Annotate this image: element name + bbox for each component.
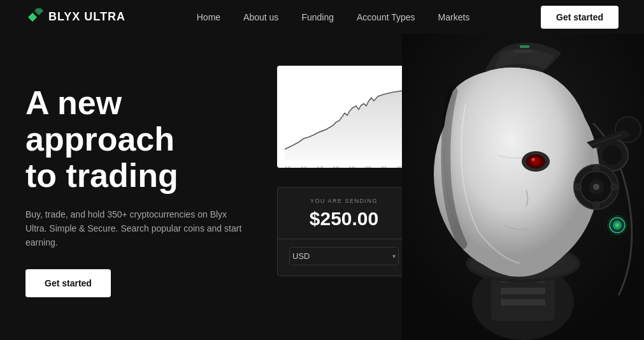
chart-x-label-21: 21 (381, 165, 387, 168)
svg-rect-8 (501, 299, 545, 306)
nav-item-markets[interactable]: Markets (438, 11, 470, 23)
robot-svg (402, 34, 644, 340)
svg-point-15 (603, 145, 622, 165)
nav-item-account-types[interactable]: Account Types (357, 11, 415, 23)
svg-rect-0 (28, 12, 37, 21)
hero-content: A new approach to trading Buy, trade, an… (25, 85, 268, 297)
svg-point-29 (593, 202, 599, 208)
chart-x-label-19: 19 (349, 165, 355, 168)
svg-point-28 (593, 166, 599, 172)
svg-rect-1 (34, 8, 43, 15)
chart-x-label-15: 15 (285, 165, 291, 168)
svg-rect-7 (501, 288, 545, 294)
nav-item-funding[interactable]: Funding (301, 11, 334, 23)
svg-marker-2 (285, 91, 403, 160)
chart-x-label-16: 16 (301, 165, 307, 168)
svg-point-30 (575, 184, 582, 190)
robot-illustration (402, 34, 644, 340)
chart-x-label-20: 20 (365, 165, 371, 168)
hero-section: A new approach to trading Buy, trade, an… (0, 34, 644, 340)
nav-get-started-button[interactable]: Get started (541, 6, 619, 29)
logo[interactable]: BLYX ULTRA (25, 8, 125, 26)
logo-text: BLYX ULTRA (48, 10, 125, 24)
send-divider (278, 239, 410, 239)
send-label: YOU ARE SENDING (289, 198, 399, 204)
navbar: BLYX ULTRA Home About us Funding Account… (0, 0, 644, 34)
hero-get-started-button[interactable]: Get started (25, 269, 111, 297)
hero-subtitle: Buy, trade, and hold 350+ cryptocurrenci… (25, 207, 242, 250)
send-amount: $250.00 (289, 208, 399, 230)
hero-title: A new approach to trading (25, 85, 268, 195)
svg-point-27 (593, 184, 599, 190)
chart-x-label-17: 17 (317, 165, 323, 168)
svg-rect-23 (520, 45, 529, 48)
chart-card: 15 16 17 18 19 20 21 22 (277, 66, 411, 168)
currency-label: USD (292, 251, 310, 261)
svg-point-21 (531, 158, 535, 161)
nav-links: Home About us Funding Account Types Mark… (197, 11, 470, 23)
chevron-down-icon: ▾ (392, 253, 396, 260)
nav-item-home[interactable]: Home (197, 11, 220, 23)
send-card: YOU ARE SENDING $250.00 USD ▾ (277, 187, 411, 276)
svg-point-31 (611, 184, 617, 190)
logo-icon (25, 8, 43, 26)
nav-item-about[interactable]: About us (243, 11, 278, 23)
currency-selector[interactable]: USD ▾ (289, 247, 399, 265)
price-chart (285, 73, 403, 160)
chart-x-label-18: 18 (333, 165, 339, 168)
chart-x-labels: 15 16 17 18 19 20 21 22 (285, 165, 403, 168)
svg-rect-22 (513, 50, 533, 53)
svg-point-34 (615, 223, 619, 227)
